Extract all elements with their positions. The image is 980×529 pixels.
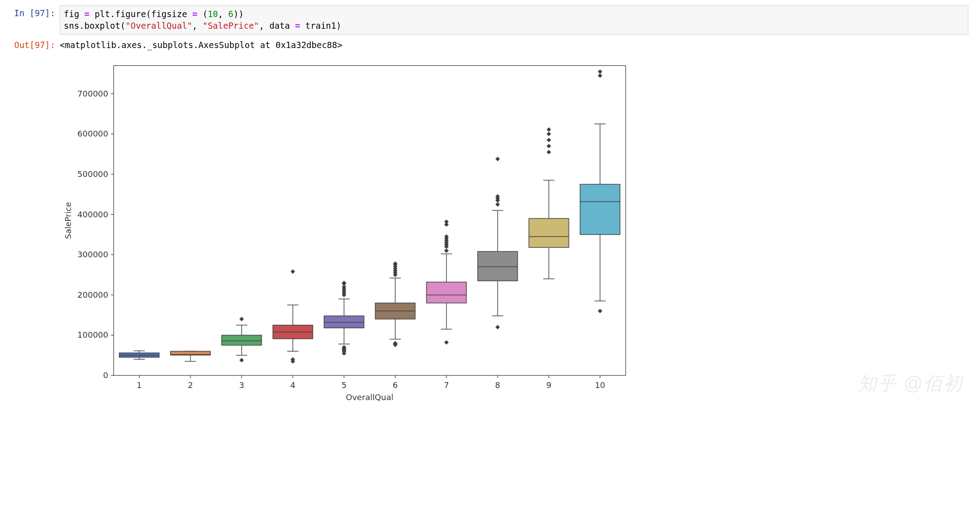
code-token: , [192, 21, 197, 31]
code-token: , [218, 9, 223, 19]
code-token: . [110, 9, 115, 19]
outlier [547, 144, 551, 149]
box-5 [324, 281, 364, 356]
outlier [495, 325, 500, 330]
outlier [495, 202, 500, 207]
xtick-label: 1 [137, 380, 141, 390]
code-token: figsize [151, 9, 187, 19]
input-prompt: In [97]: [8, 5, 60, 18]
code-token: ( [120, 21, 125, 31]
outlier [444, 248, 449, 253]
notebook-page: In [97]: fig = plt.figure(figsize = (10,… [0, 0, 980, 408]
ytick-label: 700000 [77, 89, 108, 98]
ytick-label: 400000 [77, 210, 108, 219]
box-10 [580, 70, 620, 313]
outlier [239, 358, 244, 362]
ytick-label: 600000 [77, 129, 108, 139]
box-1 [119, 351, 159, 360]
xtick-label: 7 [444, 380, 449, 390]
code-token: sns [64, 21, 79, 31]
code-token: boxplot [84, 21, 120, 31]
outlier [239, 317, 244, 322]
xtick-label: 6 [393, 380, 397, 390]
code-token: ) [234, 9, 238, 19]
code-token: ) [238, 9, 243, 19]
box-9 [529, 128, 569, 279]
code-token: "SalePrice" [203, 21, 259, 31]
boxplot-chart: 0100000200000300000400000500000600000700… [60, 61, 972, 402]
outlier [598, 74, 602, 78]
code-token: . [79, 21, 84, 31]
box-3 [222, 317, 262, 362]
output-text: <matplotlib.axes._subplots.AxesSubplot a… [60, 37, 342, 50]
outlier [547, 138, 551, 142]
outlier [444, 340, 449, 345]
outlier [342, 281, 346, 285]
code-token: = [192, 9, 197, 19]
outlier [444, 220, 449, 224]
xtick-label: 5 [341, 380, 346, 390]
xtick-label: 8 [495, 380, 500, 390]
xtick-label: 4 [290, 380, 295, 390]
watermark: 知乎 @佰初 [858, 371, 963, 396]
code-token: ( [146, 9, 151, 19]
code-token: , [259, 21, 264, 31]
xtick-label: 3 [239, 380, 244, 390]
code-token: ) [336, 21, 341, 31]
xtick-label: 10 [595, 380, 605, 390]
output-cell: Out[97]: <matplotlib.axes._subplots.Axes… [8, 37, 972, 50]
svg-rect-46 [478, 251, 518, 281]
box-6 [375, 261, 415, 347]
code-token: = [84, 9, 89, 19]
svg-rect-52 [529, 219, 569, 248]
outlier [291, 269, 295, 274]
code-token: "OverallQual" [125, 21, 192, 31]
box-2 [171, 352, 211, 361]
code-token: fig [64, 9, 79, 19]
svg-rect-28 [324, 316, 364, 328]
output-prompt: Out[97]: [8, 37, 60, 50]
outlier [495, 157, 500, 161]
y-axis-label: SalePrice [63, 202, 73, 239]
code-editor[interactable]: fig = plt.figure(figsize = (10, 6)) sns.… [60, 5, 968, 35]
outlier [547, 132, 551, 137]
outlier [547, 128, 551, 132]
outlier [598, 309, 602, 313]
box-7 [427, 220, 467, 345]
box-8 [478, 157, 518, 330]
code-token: figure [115, 9, 146, 19]
code-token: plt [95, 9, 110, 19]
svg-rect-58 [580, 185, 620, 235]
code-token: ( [203, 9, 207, 19]
code-token: 6 [228, 9, 233, 19]
outlier [598, 70, 602, 74]
outlier [547, 150, 551, 154]
xtick-label: 9 [546, 380, 551, 390]
ytick-label: 500000 [77, 169, 108, 179]
code-token: data [269, 21, 290, 31]
xtick-label: 2 [188, 380, 193, 390]
ytick-label: 100000 [77, 331, 108, 340]
ytick-label: 0 [103, 370, 108, 380]
svg-rect-40 [427, 282, 467, 303]
svg-rect-16 [222, 335, 262, 345]
code-token: 10 [207, 9, 218, 19]
x-axis-label: OverallQual [346, 392, 393, 402]
box-4 [273, 269, 313, 364]
code-token: train1 [305, 21, 336, 31]
ytick-label: 300000 [77, 250, 108, 259]
code-token: = [295, 21, 300, 31]
chart-svg: 0100000200000300000400000500000600000700… [60, 61, 630, 402]
input-cell: In [97]: fig = plt.figure(figsize = (10,… [8, 5, 972, 35]
ytick-label: 200000 [77, 290, 108, 300]
